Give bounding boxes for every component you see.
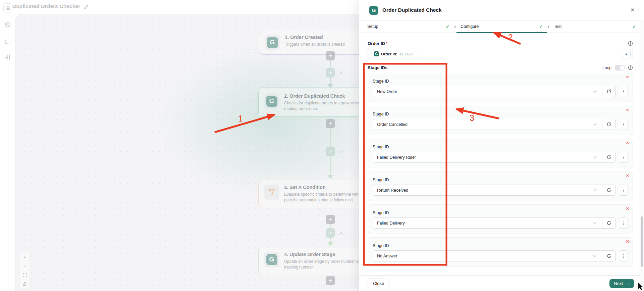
add-token-button[interactable]: + xyxy=(622,50,631,58)
refresh-icon xyxy=(606,89,611,94)
add-step-button[interactable]: + xyxy=(326,68,335,78)
more-options-button[interactable]: ⋮ xyxy=(619,119,628,130)
stage-id-card: ✕ Stage ID No Answer ⋮ xyxy=(368,237,633,267)
stage-id-select[interactable]: New Order xyxy=(373,86,616,97)
tab-test[interactable]: Test ✓ xyxy=(550,20,640,33)
chip-prefix: Order Id: xyxy=(381,52,397,56)
refresh-button[interactable] xyxy=(602,251,615,261)
remove-stage-button[interactable]: ✕ xyxy=(626,206,629,211)
refresh-button[interactable] xyxy=(602,152,615,162)
g-logo-icon: G✦ xyxy=(266,96,277,107)
refresh-button[interactable] xyxy=(602,185,615,195)
refresh-icon xyxy=(606,221,611,226)
stage-id-value: No Answer xyxy=(373,254,593,258)
add-step-button[interactable]: + xyxy=(326,228,335,238)
stage-ids-label: Stage IDs xyxy=(368,65,387,70)
refresh-button[interactable] xyxy=(602,119,615,130)
stage-id-label: Stage ID xyxy=(373,178,628,182)
comment-icon xyxy=(5,39,11,45)
node-icon-box: G✦ xyxy=(264,252,279,267)
connector-arrowhead xyxy=(327,175,333,179)
order-id-token-chip[interactable]: G✦ Order Id: 1139571 xyxy=(371,50,417,58)
stage-id-label: Stage ID xyxy=(373,145,628,149)
stage-id-select[interactable]: Return Received xyxy=(373,185,616,196)
close-icon[interactable]: ✕ xyxy=(629,6,636,14)
stage-id-card: ✕ Stage ID Return Received ⋮ xyxy=(368,172,633,201)
node-order-created[interactable]: G✦ 1. Order Created Triggers when an ord… xyxy=(259,30,359,55)
add-step-button[interactable]: + xyxy=(326,119,335,128)
stage-id-card: ✕ Stage ID Order Cancelled ⋮ xyxy=(368,106,633,135)
g-logo-icon: G✦ xyxy=(266,254,277,265)
gear-icon[interactable] xyxy=(338,70,343,76)
add-step-button[interactable]: + xyxy=(326,276,335,285)
home-icon xyxy=(5,5,10,10)
close-button[interactable]: Close xyxy=(368,279,389,288)
info-icon[interactable] xyxy=(628,65,633,70)
stage-id-value: Failed Delivery xyxy=(373,221,593,226)
chevron-right-icon: › xyxy=(453,23,457,30)
more-options-button[interactable]: ⋮ xyxy=(619,217,628,229)
funnel-icon xyxy=(267,188,276,197)
node-update-order-stage[interactable]: G✦ 4. Update Order Stage Update an order… xyxy=(258,247,359,275)
tab-configure[interactable]: Configure ✓ xyxy=(457,20,547,33)
panel-footer: Close Next → xyxy=(359,275,644,291)
remove-stage-button[interactable]: ✕ xyxy=(626,140,629,145)
scrollbar-thumb[interactable] xyxy=(641,216,643,267)
order-id-label: Order ID* xyxy=(368,41,387,46)
node-desc: Evaluate specific criteria to determine … xyxy=(284,192,359,203)
g-logo-icon: G✦ xyxy=(267,37,278,48)
node-desc: Checks for duplicate orders in egrow whe… xyxy=(284,100,359,112)
node-title: 2. Order Duplicated Check xyxy=(284,93,359,99)
more-options-button[interactable]: ⋮ xyxy=(619,185,628,196)
stage-id-select[interactable]: Order Cancelled xyxy=(373,119,616,130)
gear-icon[interactable] xyxy=(338,231,343,236)
canvas-zoom-controls: + − xyxy=(20,252,30,289)
stage-id-card: ✕ Stage ID Failed Delivery ⋮ xyxy=(368,204,633,234)
tab-setup[interactable]: Setup ✓ xyxy=(363,20,453,33)
info-icon[interactable] xyxy=(628,41,633,46)
add-step-button[interactable]: + xyxy=(326,215,335,224)
fit-view-icon xyxy=(23,273,27,277)
stage-id-select[interactable]: Failed Delivery Rider xyxy=(373,152,616,163)
fit-view-button[interactable] xyxy=(20,271,30,280)
stage-id-label: Stage ID xyxy=(373,79,628,84)
zoom-out-button[interactable]: − xyxy=(20,261,30,271)
add-step-button[interactable]: + xyxy=(326,51,335,60)
more-options-button[interactable]: ⋮ xyxy=(619,250,628,261)
remove-stage-button[interactable]: ✕ xyxy=(626,239,629,244)
refresh-button[interactable] xyxy=(602,218,615,228)
node-set-a-condition[interactable]: 3. Set A Condition Evaluate specific cri… xyxy=(258,180,359,208)
chip-value: 1139571 xyxy=(399,52,414,56)
connector-arrowhead xyxy=(327,84,333,88)
edit-pencil-icon[interactable] xyxy=(84,4,89,9)
settings-sliders-button[interactable] xyxy=(4,54,11,60)
refresh-icon xyxy=(606,253,611,258)
order-id-input[interactable]: G✦ Order Id: 1139571 + xyxy=(368,49,633,59)
refresh-button[interactable] xyxy=(602,86,615,97)
zoom-in-button[interactable]: + xyxy=(20,252,30,261)
remove-stage-button[interactable]: ✕ xyxy=(626,107,629,112)
workflow-title-row: Duplicated Orders Checker xyxy=(12,2,89,11)
workflow-canvas[interactable]: G✦ 1. Order Created Triggers when an ord… xyxy=(15,14,359,291)
next-button[interactable]: Next → xyxy=(609,279,634,288)
node-order-duplicated-check[interactable]: G✦ 2. Order Duplicated Check Checks for … xyxy=(258,89,359,117)
toggle-knob xyxy=(620,65,625,70)
more-options-button[interactable]: ⋮ xyxy=(619,86,628,97)
stage-id-select[interactable]: No Answer xyxy=(373,250,616,261)
more-options-button[interactable]: ⋮ xyxy=(619,152,628,163)
refresh-icon xyxy=(606,155,611,160)
add-step-button[interactable]: + xyxy=(326,147,335,156)
remove-stage-button[interactable]: ✕ xyxy=(626,75,629,80)
remove-stage-button[interactable]: ✕ xyxy=(626,173,629,178)
required-asterisk: * xyxy=(386,41,387,46)
chevron-down-icon xyxy=(593,187,596,191)
stage-id-select[interactable]: Failed Delivery xyxy=(373,217,616,229)
workflow-title: Duplicated Orders Checker xyxy=(12,3,80,9)
lock-button[interactable] xyxy=(20,280,30,289)
loop-toggle[interactable] xyxy=(614,65,625,70)
panel-content: Order ID* G✦ Order Id: 1139571 + Stage I… xyxy=(359,33,644,275)
comments-button[interactable] xyxy=(4,38,11,45)
gear-icon[interactable] xyxy=(338,149,343,154)
home-button[interactable] xyxy=(3,3,12,12)
history-button[interactable] xyxy=(4,21,11,28)
